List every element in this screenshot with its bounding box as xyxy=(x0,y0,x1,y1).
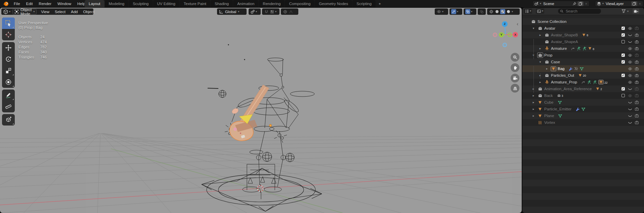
caret-down-icon[interactable]: ▾ xyxy=(533,27,534,30)
workspace-tab-geometry-nodes[interactable]: Geometry Nodes xyxy=(315,0,352,7)
caret-right-icon[interactable]: ▸ xyxy=(540,47,541,50)
render-visibility-toggle[interactable] xyxy=(634,99,639,106)
xray-toggle-icon[interactable] xyxy=(479,9,484,14)
object-type-visibility-dropdown[interactable]: ▾ xyxy=(435,8,448,15)
shading-solid-icon[interactable] xyxy=(495,9,500,14)
render-visibility-toggle[interactable] xyxy=(634,38,639,45)
tool-tweak-select[interactable] xyxy=(2,17,15,29)
hide-eye-toggle[interactable] xyxy=(627,79,633,85)
caret-right-icon[interactable]: ▸ xyxy=(533,114,534,117)
exclude-checkbox[interactable]: ✓ xyxy=(621,85,626,92)
caret-right-icon[interactable]: ▸ xyxy=(546,67,548,70)
caret-right-icon[interactable]: ▸ xyxy=(533,101,534,104)
gizmo-toggle-icon[interactable] xyxy=(451,9,456,14)
filter-funnel-icon[interactable] xyxy=(621,9,626,13)
viewlayer-selector[interactable]: ▾ ViewLayer × xyxy=(595,1,643,7)
snap-target-dropdown[interactable]: ▾ xyxy=(249,8,261,15)
outliner-search[interactable] xyxy=(558,8,601,14)
hide-eye-toggle[interactable] xyxy=(627,52,633,59)
menu-view[interactable]: View xyxy=(39,10,52,14)
expand-caret[interactable]: ▾ xyxy=(530,27,537,30)
exclude-checkbox[interactable]: ✓ xyxy=(621,59,626,65)
gizmo-x-neg-axis[interactable] xyxy=(493,33,497,37)
hide-eye-toggle[interactable] xyxy=(627,92,633,99)
tool-add-cube[interactable] xyxy=(2,114,15,126)
hide-eye-toggle[interactable] xyxy=(627,119,633,126)
camera-view-button[interactable] xyxy=(511,74,519,82)
hide-eye-toggle[interactable] xyxy=(627,99,633,106)
snap-with-icon[interactable] xyxy=(269,9,274,14)
workspace-tab-scripting[interactable]: Scripting xyxy=(352,0,376,7)
sidebar-collapse-arrow[interactable]: ‹ xyxy=(517,21,518,27)
workspace-tab-uv-editing[interactable]: UV Editing xyxy=(153,0,179,7)
menu-object[interactable]: Object xyxy=(81,10,96,14)
tool-measure[interactable] xyxy=(2,101,15,112)
caret-right-icon[interactable]: ▸ xyxy=(540,34,541,37)
mode-dropdown[interactable]: Object Mode ▾ xyxy=(12,9,37,14)
render-visibility-toggle[interactable] xyxy=(634,32,639,38)
workspace-tab-layout[interactable]: Layout xyxy=(85,0,104,7)
viewlayer-name[interactable]: ViewLayer xyxy=(605,2,630,6)
outliner-row-prop[interactable]: ▾Prop✓ xyxy=(522,52,644,59)
render-visibility-toggle[interactable] xyxy=(634,59,639,65)
outliner-row-particles-out[interactable]: ▸Particles_Out20✓ xyxy=(522,72,644,79)
outliner-row-bag[interactable]: ▸Bag xyxy=(522,65,644,72)
search-input[interactable] xyxy=(565,9,597,13)
tool-cursor[interactable] xyxy=(2,29,15,40)
hide-eye-toggle[interactable] xyxy=(627,59,633,65)
workspace-tab-modeling[interactable]: Modeling xyxy=(105,0,129,7)
exclude-checkbox[interactable] xyxy=(621,38,626,45)
expand-caret[interactable]: ▸ xyxy=(537,34,544,37)
unlink-scene-button[interactable]: × xyxy=(585,2,588,6)
outliner-row-scene-collection[interactable]: Scene Collection xyxy=(522,18,644,25)
overlays-toggle-icon[interactable] xyxy=(465,9,470,14)
outliner-row-particle-emitter[interactable]: ▸Particle_Emitter xyxy=(522,106,644,112)
filter-id-dropdown[interactable]: ▾ xyxy=(536,8,544,14)
orthographic-button[interactable] xyxy=(511,84,519,93)
editor-type-icon[interactable] xyxy=(3,9,8,14)
workspace-tab-sculpting[interactable]: Sculpting xyxy=(129,0,153,7)
expand-caret[interactable]: ▸ xyxy=(537,47,544,50)
outliner-row-vortex[interactable]: Vortex xyxy=(522,119,644,126)
hide-eye-toggle[interactable] xyxy=(627,106,633,112)
workspace-tab-texture-paint[interactable]: Texture Paint xyxy=(180,0,210,7)
workspace-tab-rendering[interactable]: Rendering xyxy=(259,0,285,7)
outliner-row-plane[interactable]: ▸Plane xyxy=(522,112,644,119)
blender-logo-icon[interactable] xyxy=(3,1,9,6)
scene-name[interactable]: Scene xyxy=(542,2,571,6)
new-viewlayer-button[interactable] xyxy=(631,1,637,6)
caret-right-icon[interactable]: ▸ xyxy=(533,94,534,97)
render-visibility-toggle[interactable] xyxy=(634,112,639,119)
render-visibility-toggle[interactable] xyxy=(634,92,639,99)
scene-selector[interactable]: ▾ Scene × xyxy=(532,1,590,7)
outliner-row-animation-area-reference[interactable]: ▸Animation_Area_Reference2✓ xyxy=(522,85,644,92)
remove-viewlayer-button[interactable]: × xyxy=(638,2,642,6)
expand-caret[interactable]: ▸ xyxy=(537,81,544,84)
outliner-row-avatar-shapeb[interactable]: ▸Avatar_ShapeB8✓ xyxy=(522,32,644,38)
tool-rotate[interactable] xyxy=(2,54,15,65)
shading-material-icon[interactable] xyxy=(500,9,505,14)
viewport-3d[interactable]: ▾ Object Mode ▾ View Select Add Object G… xyxy=(0,7,522,213)
menu-edit[interactable]: Edit xyxy=(23,2,36,6)
outliner-row-armature-prop[interactable]: ▸Armature_Prop22 xyxy=(522,79,644,85)
pin-icon[interactable] xyxy=(572,2,576,6)
pan-hand-button[interactable] xyxy=(511,63,519,72)
hide-eye-toggle[interactable] xyxy=(627,38,633,45)
display-mode-dropdown[interactable]: ▾ xyxy=(524,8,532,14)
exclude-checkbox[interactable]: ✓ xyxy=(621,25,626,32)
hide-eye-toggle[interactable] xyxy=(627,72,633,79)
render-visibility-toggle[interactable] xyxy=(634,85,639,92)
caret-right-icon[interactable]: ▸ xyxy=(533,108,534,111)
menu-render[interactable]: Render xyxy=(36,2,54,6)
gizmo-y-neg-axis[interactable] xyxy=(508,33,512,37)
tool-scale[interactable] xyxy=(2,65,15,76)
expand-caret[interactable]: ▸ xyxy=(530,114,537,117)
exclude-checkbox[interactable]: ✓ xyxy=(621,72,626,79)
render-visibility-toggle[interactable] xyxy=(634,45,639,52)
menu-add[interactable]: Add xyxy=(69,10,80,14)
transform-orientation-dropdown[interactable]: Global ▾ xyxy=(217,8,247,15)
shading-rendered-icon[interactable] xyxy=(506,9,511,14)
tool-move[interactable] xyxy=(2,42,15,54)
render-visibility-toggle[interactable] xyxy=(634,65,639,72)
falloff-curve-icon[interactable] xyxy=(288,9,293,14)
